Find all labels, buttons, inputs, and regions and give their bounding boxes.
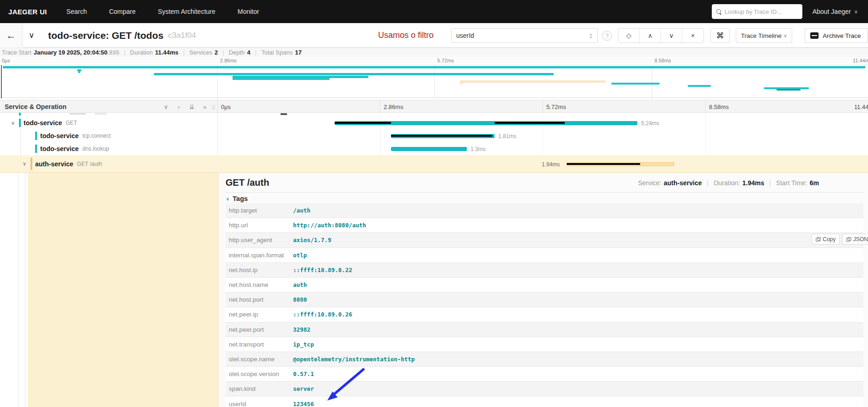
span-operation-name: tcp.connect (82, 133, 110, 139)
tag-value: auth (293, 281, 307, 288)
tags-table: http.target/authhttp.urlhttp://auth:8080… (226, 203, 863, 407)
collapse-one-icon[interactable]: ∨ (161, 100, 171, 113)
column-resizer-handle[interactable]: || (212, 104, 215, 109)
chevron-down-icon: ∨ (783, 33, 787, 39)
tag-value: ::ffff:10.89.0.26 (293, 311, 352, 318)
ruler-tick-label: 5.72ms (437, 58, 454, 63)
span-operation-title: GET /auth (226, 177, 269, 188)
clipped-row-bar-fragment (281, 113, 287, 115)
service-color-bar (35, 132, 37, 140)
copy-icon (816, 237, 820, 242)
span-row-auth-service-get-auth[interactable]: ∨auth-serviceGET /auth1.94ms (0, 155, 868, 173)
tag-row-net-peer-port[interactable]: net.peer.port32982 (226, 322, 863, 337)
tag-row-net-peer-ip[interactable]: net.peer.ip::ffff:10.89.0.26 (226, 307, 863, 322)
next-match-button[interactable]: ∨ (661, 29, 682, 43)
meta-value: 1.94ms (742, 179, 764, 187)
span-row-todo-service-get[interactable]: ∨todo-serviceGET5.24ms (0, 116, 868, 129)
span-meta: Service:auth-service|Duration:1.94ms|Sta… (638, 173, 819, 193)
about-jaeger-menu[interactable]: About Jaeger ∨ (813, 8, 858, 15)
nav-item-compare[interactable]: Compare (98, 8, 147, 15)
tag-value: /auth (293, 207, 311, 214)
tag-row-userid[interactable]: userId123456 (226, 396, 863, 407)
tag-row-net-transport[interactable]: net.transportip_tcp (226, 337, 863, 352)
critical-path-segment (391, 135, 492, 137)
header-tick-label: 5.72ms (546, 100, 566, 113)
find-input[interactable] (456, 32, 589, 39)
service-color-bar (19, 119, 21, 127)
span-duration-bar[interactable] (391, 147, 467, 151)
span-operation-name: dns.lookup (82, 146, 109, 152)
prev-match-button[interactable]: ∧ (640, 29, 661, 43)
tag-row-internal-span-format[interactable]: internal.span.formatotlp (226, 248, 863, 263)
tag-row-http-target[interactable]: http.target/auth (226, 203, 863, 218)
trace-lookup-box (712, 4, 802, 19)
nav-item-system-architecture[interactable]: System Architecture (147, 8, 227, 15)
span-duration-label: 1.3ms (471, 146, 486, 152)
expand-one-icon[interactable]: › (174, 100, 183, 113)
page-title: todo-service: GET /todos (48, 30, 164, 41)
header-tick-label: 8.58ms (709, 100, 729, 113)
critical-path-segment (567, 163, 640, 165)
header-gridline (217, 100, 218, 113)
tags-actions: Copy JSON (812, 234, 868, 244)
trace-minimap[interactable] (0, 65, 868, 98)
row-collapse-chevron[interactable]: ∨ (23, 155, 26, 172)
tree-guide-line (25, 173, 25, 407)
back-arrow-icon: ← (6, 30, 16, 41)
tag-row-http-user-agent[interactable]: http.user_agentaxios/1.7.9 (226, 233, 863, 248)
expand-all-icon[interactable]: » (200, 100, 209, 113)
span-duration-bar[interactable] (335, 121, 637, 125)
tag-value: otlp (293, 252, 307, 259)
span-row-todo-service-dns-lookup[interactable]: todo-servicedns.lookup1.3ms (0, 142, 868, 155)
ruler-tick-label: 11.44ms (853, 58, 868, 63)
tags-section-toggle[interactable]: ∨ Tags (226, 195, 248, 202)
row-collapse-chevron[interactable]: ∨ (11, 116, 15, 129)
match-focus-button[interactable]: ◇ (618, 29, 640, 43)
nav-item-monitor[interactable]: Monitor (226, 8, 270, 15)
trace-lookup-input[interactable] (725, 8, 794, 15)
tag-row-otel-scope-name[interactable]: otel.scope.name@opentelemetry/instrument… (226, 352, 863, 367)
keyboard-shortcuts-button[interactable]: ⌘ (710, 28, 730, 43)
match-count: 1 (589, 32, 593, 39)
red-annotation-text: Usamos o filtro (378, 23, 434, 48)
span-duration-bar[interactable] (391, 134, 495, 138)
header-tick-label: 2.86ms (384, 100, 403, 113)
tag-value: ::ffff:10.89.0.22 (293, 267, 352, 273)
trace-title-bar: ← ∨ todo-service: GET /todos c3a1f04 Usa… (0, 23, 868, 48)
collapse-trace-header-button[interactable]: ∨ (29, 23, 34, 48)
json-button[interactable]: JSON (842, 234, 868, 244)
minimap-gridline (652, 65, 652, 98)
trace-stats-bar: Trace StartJanuary 19 2025, 20:04:50.935… (0, 48, 868, 57)
tag-key: internal.span.format (226, 252, 293, 259)
nav-item-search[interactable]: Search (55, 8, 98, 15)
minimap-span-bar (232, 78, 330, 80)
tag-key: net.host.ip (226, 267, 293, 273)
minimap-span-bar (688, 85, 711, 87)
minimap-drag-handle[interactable] (1, 65, 2, 98)
archive-trace-button[interactable]: Archive Trace (805, 28, 868, 43)
tag-row-otel-scope-version[interactable]: otel.scope.version0.57.1 (226, 367, 863, 382)
help-icon[interactable]: ? (602, 31, 612, 41)
minimap-ruler: 0μs2.86ms5.72ms8.58ms11.44ms (0, 57, 868, 65)
copy-button[interactable]: Copy (812, 234, 840, 244)
tag-row-http-url[interactable]: http.urlhttp://auth:8080/auth (226, 218, 863, 233)
collapse-all-icon[interactable]: ⇊ (187, 100, 196, 113)
tag-key: userId (226, 401, 293, 407)
span-row-todo-service-tcp-connect[interactable]: todo-servicetcp.connect1.81ms (0, 129, 868, 142)
tag-row-net-host-port[interactable]: net.host.port8080 (226, 292, 863, 307)
clipped-row-text-fragment (95, 113, 107, 115)
clear-search-button[interactable]: × (682, 29, 703, 43)
header-tick-label: 0μs (221, 100, 231, 113)
tag-row-net-host-ip[interactable]: net.host.ip::ffff:10.89.0.22 (226, 263, 863, 278)
ruler-tick-label: 8.58ms (654, 58, 671, 63)
trace-view-select[interactable]: Trace Timeline ∨ (736, 28, 792, 43)
critical-path-segment (495, 122, 565, 124)
tag-value: 8080 (293, 296, 307, 303)
back-button[interactable]: ← (0, 23, 23, 48)
tag-row-span-kind[interactable]: span.kindserver (226, 382, 863, 396)
span-table-header: Service & Operation ∨›⇊» || 0μs2.86ms5.7… (0, 100, 868, 113)
service-color-bar (31, 158, 32, 170)
stat-depth: Depth4 (229, 49, 251, 56)
tag-row-net-host-name[interactable]: net.host.nameauth (226, 278, 863, 292)
span-duration-bar[interactable] (567, 162, 674, 166)
